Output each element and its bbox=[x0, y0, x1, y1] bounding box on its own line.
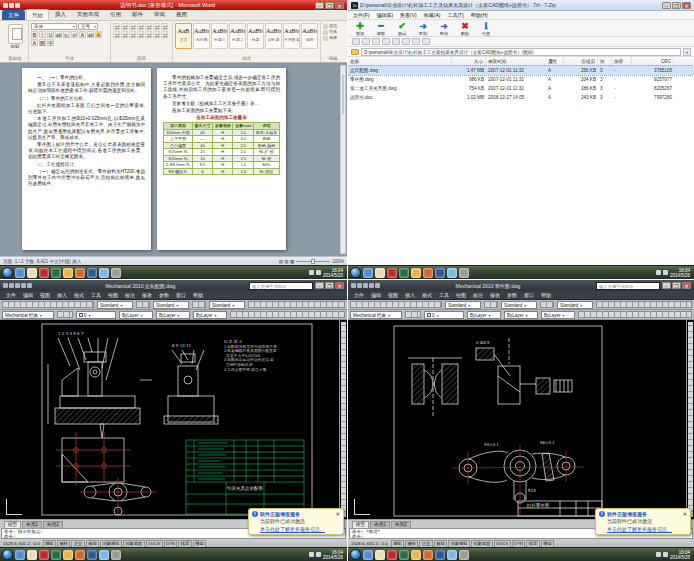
lineweight-combo[interactable]: ByLayer bbox=[193, 311, 227, 319]
vertical-scrollbar[interactable] bbox=[340, 65, 346, 254]
menu-item[interactable]: 标注 bbox=[470, 292, 486, 298]
balloon-link[interactable]: 单击此处了解更多服务信息。 bbox=[607, 526, 687, 533]
taskbar-app-icon[interactable] bbox=[75, 550, 85, 560]
workspace-combo[interactable]: Mechanical 经典 bbox=[2, 311, 54, 319]
ribbon-tab[interactable]: 审阅 bbox=[149, 9, 170, 20]
menu-item[interactable]: 查看(V) bbox=[397, 12, 420, 18]
menu-item[interactable]: 文件 bbox=[3, 292, 19, 298]
file-row[interactable]: 第二道工序夹具图.dwg754 KB2007-12-01 11:32A186 K… bbox=[348, 84, 694, 93]
menu-item[interactable]: 参数 bbox=[504, 292, 520, 298]
toolbar-button[interactable]: ➜ 移动 bbox=[436, 21, 452, 36]
start-button[interactable] bbox=[2, 549, 13, 560]
dim-style-combo[interactable]: Standard bbox=[501, 301, 537, 309]
undo-icon[interactable] bbox=[9, 3, 14, 8]
taskbar-app-icon[interactable] bbox=[435, 550, 445, 560]
layer-combo[interactable]: 0 bbox=[424, 311, 464, 319]
linetype-combo[interactable]: ByLayer bbox=[504, 311, 538, 319]
paste-button[interactable] bbox=[8, 24, 23, 44]
ribbon-tab[interactable]: 开始 bbox=[26, 9, 49, 20]
style-card[interactable]: AaBbC 标题 1 bbox=[211, 23, 228, 49]
menu-item[interactable]: 编辑(E) bbox=[373, 12, 396, 18]
taskbar-app-icon[interactable] bbox=[111, 550, 121, 560]
tray-icon[interactable] bbox=[663, 552, 668, 557]
menu-item[interactable]: 窗口 bbox=[173, 292, 189, 298]
standard-toolbar-icons[interactable] bbox=[2, 301, 94, 308]
taskbar-app-icon[interactable] bbox=[15, 268, 25, 278]
taskbar-app-icon[interactable] bbox=[75, 268, 85, 278]
save-icon[interactable] bbox=[363, 283, 368, 288]
tray-icon[interactable] bbox=[656, 270, 661, 275]
taskbar-app-icon[interactable] bbox=[87, 268, 97, 278]
style-card[interactable]: AaBbC 标题 2 bbox=[229, 23, 246, 49]
col-packed[interactable]: 压缩后 bbox=[564, 57, 598, 65]
file-row[interactable]: 总装配图.dwg1.47 MB2007-12-01 11:32A256 KB3-… bbox=[348, 66, 694, 75]
help-search-input[interactable]: 输入关键字或短语 bbox=[249, 282, 313, 290]
sort-icon[interactable] bbox=[137, 23, 144, 30]
view-icon[interactable] bbox=[362, 38, 370, 45]
align-center-icon[interactable] bbox=[153, 23, 160, 30]
document-page-2[interactable]: 零件的机械加工余量确定之后,须进一步确定各工序的工序尺寸及其公差。为此要先确定各… bbox=[157, 68, 286, 250]
taskbar-app-icon[interactable] bbox=[459, 550, 469, 560]
lineweight-combo[interactable]: ByLayer bbox=[541, 311, 575, 319]
toolbar-button[interactable]: ➜ 复制 bbox=[415, 21, 431, 36]
workspace-combo[interactable]: Mechanical 经典 bbox=[350, 311, 402, 319]
document-page-1[interactable]: 一、（一）零件的分析。拨叉位于车床变速机构中,主要起换挡作用,使主轴回转运动按照… bbox=[22, 68, 151, 250]
notification-balloon[interactable]: i软件正版增值服务✕ 当前软件已成功激活 单击此处了解更多服务信息。 bbox=[595, 508, 691, 536]
shading-icon[interactable] bbox=[129, 31, 136, 38]
show-marks-icon[interactable] bbox=[145, 31, 152, 38]
menu-item[interactable]: 视图 bbox=[37, 292, 53, 298]
taskbar-app-icon[interactable] bbox=[27, 550, 37, 560]
font-toolbar[interactable]: BIUabx₂x²AabAA囲字 bbox=[31, 31, 107, 46]
open-icon[interactable] bbox=[357, 283, 362, 288]
restore-button[interactable]: ❐ bbox=[672, 282, 681, 289]
borders-icon[interactable] bbox=[137, 31, 144, 38]
ribbon-tab[interactable]: 视图 bbox=[171, 9, 192, 20]
address-path[interactable]: D:\personal\毕业设计\杠杆加工工艺及钻床夹具设计（全套CAD图纸+说… bbox=[361, 48, 681, 56]
menu-item[interactable]: 绘图 bbox=[105, 292, 121, 298]
cad-titlebar[interactable]: Mechanical 2010 零件图.dwg 输入关键字或短语 –❐✕ bbox=[348, 280, 694, 291]
taskbar-app-icon[interactable] bbox=[375, 550, 385, 560]
style-card[interactable]: AaBbC 标题 bbox=[247, 23, 264, 49]
font-name-combo[interactable]: 宋体 bbox=[31, 23, 77, 30]
save-icon[interactable] bbox=[3, 3, 8, 8]
restore-button[interactable]: ❐ bbox=[325, 2, 334, 9]
menu-item[interactable]: 插入 bbox=[402, 292, 418, 298]
new-icon[interactable] bbox=[3, 283, 8, 288]
taskbar-app-icon[interactable] bbox=[447, 550, 457, 560]
minimize-button[interactable]: – bbox=[662, 2, 671, 9]
toolbar-button[interactable]: ━ 提取 bbox=[373, 21, 389, 36]
system-tray[interactable]: 16:042014/5/26 bbox=[656, 268, 692, 278]
system-tray[interactable]: 16:042014/5/26 bbox=[656, 550, 692, 560]
select-item[interactable]: 选择 bbox=[323, 35, 343, 41]
taskbar-app-icon[interactable] bbox=[411, 268, 421, 278]
minimize-button[interactable]: – bbox=[315, 282, 324, 289]
toolbar-button[interactable]: ℹ 信息 bbox=[478, 21, 494, 36]
cad-drawing-canvas[interactable]: 94±0.1 96±0.1 R15 2-Φ8.5 杠杆零件图 bbox=[348, 320, 694, 519]
line-spacing-icon[interactable] bbox=[121, 31, 128, 38]
word-document-area[interactable]: 一、（一）零件的分析。拨叉位于车床变速机构中,主要起换挡作用,使主轴回转运动按照… bbox=[0, 63, 347, 256]
color-combo[interactable]: ByLayer bbox=[467, 311, 501, 319]
taskbar-app-icon[interactable] bbox=[63, 268, 73, 278]
color-combo[interactable]: ByLayer bbox=[119, 311, 153, 319]
taskbar-app-icon[interactable] bbox=[399, 268, 409, 278]
menu-item[interactable]: 修改 bbox=[139, 292, 155, 298]
view-icon[interactable] bbox=[412, 38, 420, 45]
balloon-close-icon[interactable]: ✕ bbox=[336, 511, 340, 518]
table-style-combo[interactable]: Standard bbox=[209, 301, 245, 309]
text-style-combo[interactable]: Standard bbox=[97, 301, 133, 309]
menu-item[interactable]: 文件(F) bbox=[350, 12, 372, 18]
system-tray[interactable]: 16:042014/5/26 bbox=[309, 268, 345, 278]
col-size[interactable]: 大小 bbox=[452, 57, 486, 65]
font-format-button[interactable]: ab bbox=[87, 31, 94, 38]
toolbar-button[interactable]: ✚ 添加 bbox=[352, 21, 368, 36]
view-icon[interactable] bbox=[402, 38, 410, 45]
style-card[interactable]: AaBbC 无间隔 bbox=[193, 23, 210, 49]
font-format-button[interactable]: ab bbox=[55, 31, 62, 38]
menu-item[interactable]: 帮助 bbox=[190, 292, 206, 298]
start-button[interactable] bbox=[350, 549, 361, 560]
close-button[interactable]: ✕ bbox=[335, 282, 344, 289]
layout-tab[interactable]: 布局2 bbox=[43, 521, 63, 528]
docked-toolbars-right[interactable] bbox=[339, 320, 347, 519]
view-icon[interactable] bbox=[392, 38, 400, 45]
menu-item[interactable]: 工具 bbox=[436, 292, 452, 298]
